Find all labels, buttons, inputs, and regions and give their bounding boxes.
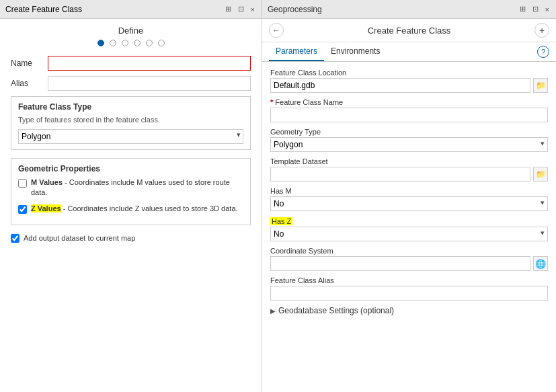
coordinate-system-row: 🌐 <box>270 256 548 271</box>
add-output-checkbox[interactable] <box>11 234 19 243</box>
left-close-btn[interactable]: × <box>249 5 256 13</box>
feature-class-alias-row <box>270 286 548 301</box>
geometry-type-label: Geometry Type <box>270 128 548 136</box>
z-values-checkbox[interactable] <box>18 205 27 214</box>
coordinate-system-group: Coordinate System 🌐 <box>270 247 548 271</box>
right-titlebar-controls: ⊞ ⊡ × <box>518 5 551 13</box>
left-panel-content: Define Name Alias Feature Class Type Typ… <box>0 19 262 392</box>
back-icon: ← <box>272 26 280 35</box>
tab-parameters[interactable]: Parameters <box>269 42 324 61</box>
template-dataset-input[interactable] <box>270 167 530 182</box>
help-icon[interactable]: ? <box>537 46 549 58</box>
alias-input[interactable] <box>48 76 251 91</box>
has-z-group: Has Z No Yes <box>270 217 548 241</box>
dot-1[interactable] <box>97 40 104 46</box>
stepper-dots <box>11 40 251 46</box>
feature-class-location-group: Feature Class Location 📁 <box>270 69 548 93</box>
geometry-type-select[interactable]: Polygon <box>270 137 548 152</box>
feature-class-location-label: Feature Class Location <box>270 69 548 77</box>
name-label: Name <box>11 58 48 68</box>
right-close-btn[interactable]: × <box>544 5 551 13</box>
z-values-row: Z Values - Coordinates include Z values … <box>18 204 243 214</box>
geo-header: ← Create Feature Class + <box>262 19 556 42</box>
right-minimize-btn[interactable]: ⊡ <box>531 5 540 13</box>
left-panel: Create Feature Class ⊞ ⊡ × Define Name A… <box>0 0 262 392</box>
define-header: Define <box>11 26 251 46</box>
alias-row: Alias <box>11 76 251 91</box>
has-z-select-wrapper: No Yes <box>270 227 548 241</box>
add-output-row: Add output dataset to current map <box>11 233 251 243</box>
feature-class-alias-label: Feature Class Alias <box>270 276 548 284</box>
geometry-type-group: Geometry Type Polygon <box>270 128 548 152</box>
geometry-type-select-wrapper: Polygon <box>270 137 548 152</box>
geodatabase-settings-label: Geodatabase Settings (optional) <box>278 306 394 315</box>
geo-panel-title: Create Feature Class <box>289 26 529 36</box>
feature-class-location-folder-btn[interactable]: 📁 <box>533 78 548 93</box>
right-panel-title: Geoprocessing <box>268 5 322 14</box>
left-titlebar: Create Feature Class ⊞ ⊡ × <box>0 0 262 19</box>
geodatabase-settings-expand[interactable]: ▶ Geodatabase Settings (optional) <box>270 306 548 315</box>
m-values-row: M Values - Coordinates include M values … <box>18 178 243 198</box>
template-dataset-group: Template Dataset 📁 <box>270 157 548 182</box>
feature-class-alias-group: Feature Class Alias <box>270 276 548 301</box>
m-values-checkbox[interactable] <box>18 179 27 188</box>
expand-arrow-icon: ▶ <box>270 307 276 315</box>
name-input[interactable] <box>48 56 251 71</box>
globe-btn[interactable]: 🌐 <box>533 256 548 271</box>
feature-class-name-label: Feature Class Name <box>270 98 548 106</box>
z-values-highlight: Z Values <box>31 204 61 212</box>
feature-class-type-select[interactable]: Polygon Point Line Multipoint <box>18 129 243 144</box>
dot-2[interactable] <box>110 40 116 46</box>
back-button[interactable]: ← <box>269 23 284 38</box>
dot-3[interactable] <box>122 40 128 46</box>
add-output-label: Add output dataset to current map <box>24 233 135 243</box>
has-m-label: Has M <box>270 187 548 195</box>
tab-environments[interactable]: Environments <box>324 42 387 61</box>
right-panel: Geoprocessing ⊞ ⊡ × ← Create Feature Cla… <box>262 0 556 392</box>
define-title: Define <box>11 26 251 36</box>
has-z-label: Has Z <box>270 217 292 225</box>
feature-class-name-input[interactable] <box>270 108 548 122</box>
has-z-select[interactable]: No Yes <box>270 227 548 241</box>
dot-6[interactable] <box>158 40 165 46</box>
template-dataset-row: 📁 <box>270 167 548 182</box>
dot-5[interactable] <box>146 40 153 46</box>
params-content: Feature Class Location 📁 Feature Class N… <box>262 62 556 392</box>
left-pin-btn[interactable]: ⊞ <box>224 5 233 13</box>
template-dataset-folder-btn[interactable]: 📁 <box>533 167 548 182</box>
coordinate-system-input[interactable] <box>270 256 530 271</box>
feature-class-name-row <box>270 108 548 122</box>
z-values-label: Z Values - Coordinates include Z values … <box>31 204 238 214</box>
name-row: Name <box>11 56 251 71</box>
template-dataset-label: Template Dataset <box>270 157 548 165</box>
left-titlebar-controls: ⊞ ⊡ × <box>224 5 256 13</box>
feature-class-type-section: Feature Class Type Type of features stor… <box>11 96 251 150</box>
add-button[interactable]: + <box>534 23 549 38</box>
has-m-group: Has M No Yes <box>270 187 548 211</box>
right-pin-btn[interactable]: ⊞ <box>518 5 527 13</box>
left-minimize-btn[interactable]: ⊡ <box>237 5 245 13</box>
feature-class-location-row: 📁 <box>270 78 548 93</box>
alias-label: Alias <box>11 79 48 88</box>
coordinate-system-label: Coordinate System <box>270 247 548 255</box>
feature-class-type-title: Feature Class Type <box>18 102 243 112</box>
feature-class-type-select-wrapper: Polygon Point Line Multipoint <box>18 129 243 144</box>
has-m-select[interactable]: No Yes <box>270 196 548 211</box>
add-icon: + <box>539 25 545 36</box>
geometric-properties-title: Geometric Properties <box>18 164 243 173</box>
tabs-row: Parameters Environments ? <box>262 42 556 62</box>
m-values-label: M Values - Coordinates include M values … <box>31 178 243 198</box>
feature-class-type-desc: Type of features stored in the feature c… <box>18 116 243 124</box>
right-titlebar: Geoprocessing ⊞ ⊡ × <box>262 0 556 19</box>
feature-class-location-input[interactable] <box>270 78 530 93</box>
feature-class-name-group: Feature Class Name <box>270 98 548 122</box>
dot-4[interactable] <box>134 40 141 46</box>
has-m-select-wrapper: No Yes <box>270 196 548 211</box>
feature-class-alias-input[interactable] <box>270 286 548 301</box>
geometric-properties-section: Geometric Properties M Values - Coordina… <box>11 158 251 225</box>
left-panel-title: Create Feature Class <box>5 5 82 14</box>
